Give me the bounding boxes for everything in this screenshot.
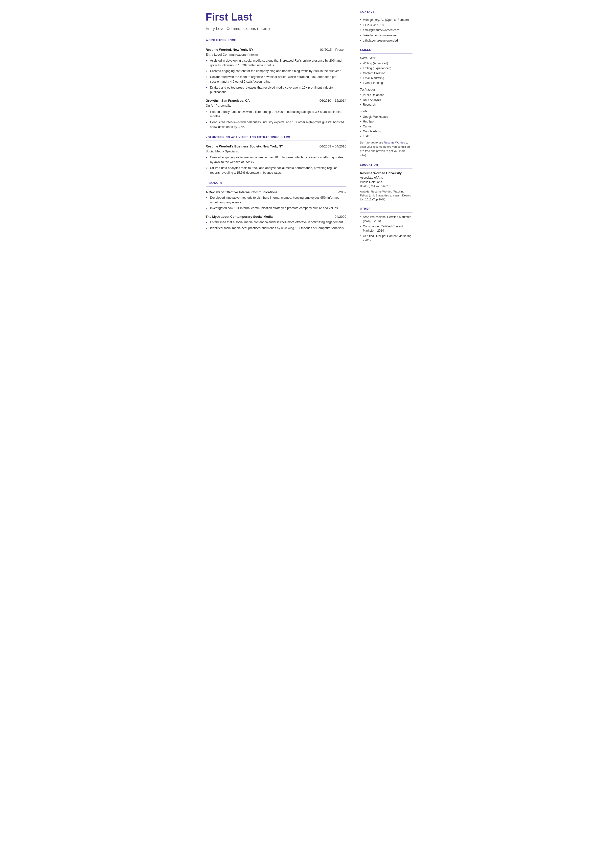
techniques-label: Techniques: bbox=[360, 88, 412, 92]
hard-skill-2: Content Creation bbox=[360, 71, 412, 76]
project-bullets-2: Established that a social media content … bbox=[206, 220, 346, 231]
job-block-1: Resume Worded, New York, NY 01/2015 – Pr… bbox=[206, 48, 346, 95]
skills-section-title: SKILLS bbox=[360, 48, 412, 52]
other-list: AMA Professional Certified Marketer (PCM… bbox=[360, 215, 412, 242]
vol-bullet-1-2: Utilized data analytics tools to track a… bbox=[206, 166, 346, 175]
tool-2: Canva bbox=[360, 124, 412, 129]
job-bullets-2: Hosted a daily radio show with a listene… bbox=[206, 110, 346, 129]
other-divider bbox=[360, 212, 412, 213]
volunteer-company-1: Resume Worded's Business Society, New Yo… bbox=[206, 144, 284, 149]
project-title-2: The Myth about Contemporary Social Media bbox=[206, 214, 273, 219]
hard-skills-label: Hard Skills: bbox=[360, 56, 412, 61]
skills-section: SKILLS Hard Skills: Writing (Advanced) E… bbox=[360, 48, 412, 157]
hard-skill-3: Email Marketing bbox=[360, 76, 412, 81]
right-column: CONTACT Montgomery, AL (Open to Remote) … bbox=[354, 0, 419, 297]
skills-divider bbox=[360, 53, 412, 54]
bullet-1-1: Assisted in developing a social media st… bbox=[206, 58, 346, 68]
job-header-2: Growthsi, San Francisco, CA 06/2010 – 12… bbox=[206, 98, 346, 103]
volunteering-section-title: VOLUNTEERING ACTIVITIES AND EXTRACURRICU… bbox=[206, 135, 346, 139]
bullet-1-4: Drafted and edited press releases that r… bbox=[206, 85, 346, 95]
work-experience-section-title: WORK EXPERIENCE bbox=[206, 38, 346, 42]
contact-item-3: linkedin.com/in/username bbox=[360, 33, 412, 37]
edu-field: Public Relations bbox=[360, 180, 412, 185]
resume-page: First Last Entry Level Communications (I… bbox=[196, 0, 419, 297]
bullet-2-2: Conducted interviews with celebrities, i… bbox=[206, 120, 346, 129]
job-bullets-1: Assisted in developing a social media st… bbox=[206, 58, 346, 95]
proj-bullet-1-1: Developed innovative methods to distribu… bbox=[206, 196, 346, 205]
contact-divider bbox=[360, 15, 412, 16]
contact-item-2: email@resumeworded.com bbox=[360, 28, 412, 33]
contact-item-0: Montgomery, AL (Open to Remote) bbox=[360, 18, 412, 22]
hard-skill-4: Event Planning bbox=[360, 81, 412, 85]
other-item-0: AMA Professional Certified Marketer (PCM… bbox=[360, 215, 412, 224]
volunteer-header-1: Resume Worded's Business Society, New Yo… bbox=[206, 144, 346, 149]
project-header-1: A Review of Effective Internal Communica… bbox=[206, 190, 346, 194]
other-section: OTHER AMA Professional Certified Markete… bbox=[360, 207, 412, 242]
tool-3: Google Alerts bbox=[360, 129, 412, 134]
job-dates-2: 06/2010 – 12/2014 bbox=[319, 98, 346, 103]
contact-section: CONTACT Montgomery, AL (Open to Remote) … bbox=[360, 10, 412, 43]
other-section-title: OTHER bbox=[360, 207, 412, 211]
edu-degree: Associate of Arts bbox=[360, 175, 412, 180]
edu-location: Boston, MA — 05/2010 bbox=[360, 184, 412, 189]
education-section-title: EDUCATION bbox=[360, 163, 412, 167]
job-company-2: Growthsi, San Francisco, CA bbox=[206, 98, 250, 103]
hard-skill-0: Writing (Advanced) bbox=[360, 61, 412, 65]
technique-0: Public Relations bbox=[360, 93, 412, 97]
job-block-2: Growthsi, San Francisco, CA 06/2010 – 12… bbox=[206, 98, 346, 129]
job-title-1: Entry Level Communications (Intern) bbox=[206, 53, 346, 57]
education-divider bbox=[360, 168, 412, 169]
proj-bullet-1-2: Investigated how 10+ internal communicat… bbox=[206, 206, 346, 211]
tools-label: Tools: bbox=[360, 109, 412, 114]
technique-1: Data Analysis bbox=[360, 98, 412, 102]
project-block-2: The Myth about Contemporary Social Media… bbox=[206, 214, 346, 231]
contact-item-1: +1-234-456-789 bbox=[360, 23, 412, 27]
tool-0: Google Workspace bbox=[360, 115, 412, 119]
tool-4: Trello bbox=[360, 134, 412, 138]
job-header-1: Resume Worded, New York, NY 01/2015 – Pr… bbox=[206, 48, 346, 52]
volunteer-title-1: Social Media Specialist bbox=[206, 149, 346, 154]
reminder-text: Don't forget to use Resume Worded to sca… bbox=[360, 141, 412, 158]
reminder-link[interactable]: Resume Worded bbox=[384, 141, 405, 144]
bullet-1-3: Collaborated with the team to organize a… bbox=[206, 75, 346, 84]
project-header-2: The Myth about Contemporary Social Media… bbox=[206, 214, 346, 219]
volunteer-block-1: Resume Worded's Business Society, New Yo… bbox=[206, 144, 346, 175]
hard-skill-1: Editing (Experienced) bbox=[360, 66, 412, 70]
vol-bullet-1-1: Created engaging social media content ac… bbox=[206, 155, 346, 165]
job-title-2: On Air Personality bbox=[206, 103, 346, 108]
project-date-2: 04/2009 bbox=[335, 214, 346, 219]
project-title-1: A Review of Effective Internal Communica… bbox=[206, 190, 278, 194]
bullet-1-2: Created engaging content for the company… bbox=[206, 69, 346, 73]
edu-school: Resume Worded University bbox=[360, 171, 412, 175]
education-section: EDUCATION Resume Worded University Assoc… bbox=[360, 163, 412, 202]
left-column: First Last Entry Level Communications (I… bbox=[196, 0, 354, 297]
hard-skills-list: Writing (Advanced) Editing (Experienced)… bbox=[360, 61, 412, 85]
tool-1: HubSpot bbox=[360, 120, 412, 124]
project-bullets-1: Developed innovative methods to distribu… bbox=[206, 196, 346, 211]
volunteer-dates-1: 06/2009 – 04/2010 bbox=[319, 144, 346, 149]
proj-bullet-2-2: Identified social media best practices a… bbox=[206, 226, 346, 231]
technique-2: Research bbox=[360, 103, 412, 107]
job-company-1: Resume Worded, New York, NY bbox=[206, 48, 253, 52]
job-dates-1: 01/2015 – Present bbox=[320, 48, 346, 52]
tools-list: Google Workspace HubSpot Canva Google Al… bbox=[360, 115, 412, 138]
reminder-before: Don't forget to use bbox=[360, 141, 384, 144]
techniques-list: Public Relations Data Analysis Research bbox=[360, 93, 412, 107]
project-date-1: 05/2009 bbox=[335, 190, 346, 194]
candidate-subtitle: Entry Level Communications (Intern) bbox=[206, 26, 346, 31]
contact-section-title: CONTACT bbox=[360, 10, 412, 14]
candidate-name: First Last bbox=[206, 10, 346, 25]
contact-list: Montgomery, AL (Open to Remote) +1-234-4… bbox=[360, 18, 412, 43]
other-item-2: Certified HubSpot Content Marketing - 20… bbox=[360, 234, 412, 242]
bullet-2-1: Hosted a daily radio show with a listene… bbox=[206, 110, 346, 119]
edu-awards: Awards: Resume Worded Teaching Fellow (o… bbox=[360, 189, 412, 202]
proj-bullet-2-1: Established that a social media content … bbox=[206, 220, 346, 225]
contact-item-4: github.com/resumeworded bbox=[360, 39, 412, 43]
other-item-1: Copyblogger Certified Content Marketer -… bbox=[360, 224, 412, 233]
volunteer-bullets-1: Created engaging social media content ac… bbox=[206, 155, 346, 175]
project-block-1: A Review of Effective Internal Communica… bbox=[206, 190, 346, 211]
projects-section-title: PROJECTS bbox=[206, 181, 346, 185]
